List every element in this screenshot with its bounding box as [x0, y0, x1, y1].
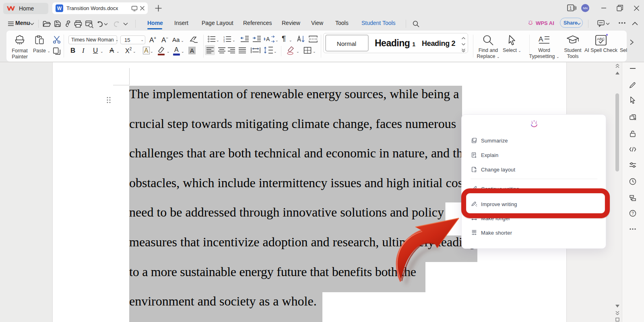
svg-text:?: ?: [632, 211, 634, 216]
svg-text:ABC: ABC: [597, 37, 605, 41]
svg-text:A: A: [539, 35, 543, 43]
svg-text:1: 1: [569, 6, 572, 10]
svg-text:3: 3: [223, 40, 225, 43]
svg-text:W: W: [57, 6, 62, 11]
svg-text:A: A: [266, 36, 270, 42]
